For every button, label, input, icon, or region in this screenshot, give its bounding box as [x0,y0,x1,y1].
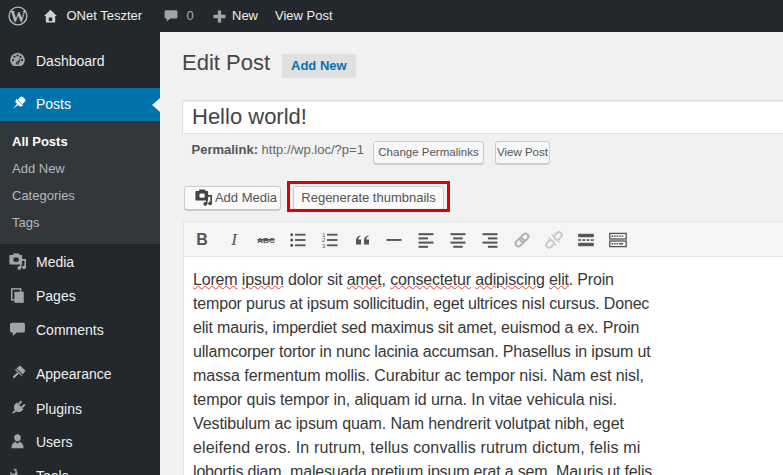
svg-text:B: B [196,231,208,248]
svg-text:3: 3 [322,243,326,249]
svg-text:W: W [10,8,26,25]
svg-text:I: I [230,230,238,249]
